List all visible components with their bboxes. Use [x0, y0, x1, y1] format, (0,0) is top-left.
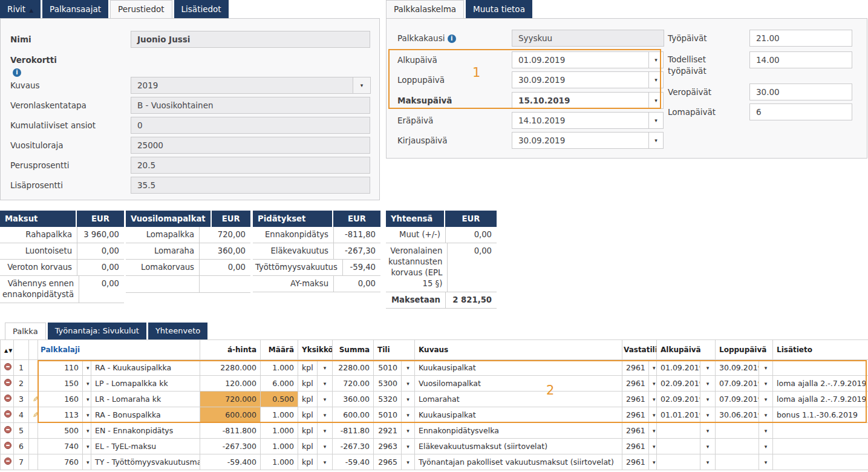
note-input[interactable]: loma ajalla 2.-.7.9.2019: [773, 392, 868, 407]
kirjauspaiva-value[interactable]: 30.09.2019: [512, 132, 649, 149]
contra-account-dropdown[interactable]: ▾: [649, 439, 657, 454]
account-input[interactable]: 2965: [374, 454, 402, 470]
contra-account-dropdown[interactable]: ▾: [649, 392, 657, 407]
end-date-dropdown[interactable]: ▾: [759, 439, 773, 454]
note-input[interactable]: [773, 454, 868, 470]
sort-desc-icon[interactable]: ▼: [8, 348, 13, 353]
palkkalaji-code-input[interactable]: 760: [38, 454, 83, 470]
unit-dropdown[interactable]: ▾: [318, 392, 333, 407]
start-date-dropdown[interactable]: ▾: [700, 423, 716, 439]
chevron-down-icon[interactable]: ▾: [648, 112, 664, 129]
unit-dropdown[interactable]: ▾: [318, 407, 333, 423]
maksupaiva-datepicker[interactable]: 15.10.2019 ▾: [512, 92, 664, 109]
chevron-down-icon[interactable]: ▾: [648, 51, 664, 68]
start-date-dropdown[interactable]: ▾: [700, 439, 716, 454]
unit-input[interactable]: kpl: [298, 439, 318, 454]
contra-account-input[interactable]: 2961: [622, 439, 649, 454]
row-delete-button[interactable]: [1, 376, 14, 392]
palkkalaji-code-input[interactable]: 150: [38, 376, 83, 392]
account-dropdown[interactable]: ▾: [402, 407, 415, 423]
row-delete-button[interactable]: [1, 454, 14, 470]
start-date-input[interactable]: 02.09.2019: [657, 392, 700, 407]
qty-input[interactable]: 1.000: [261, 454, 298, 470]
unit-dropdown[interactable]: ▾: [318, 376, 333, 392]
price-input[interactable]: 600.000: [200, 407, 261, 423]
palkkalaji-dropdown[interactable]: ▾: [83, 360, 91, 376]
account-dropdown[interactable]: ▾: [402, 439, 415, 454]
start-date-dropdown[interactable]: ▾: [700, 376, 716, 392]
account-input[interactable]: 2921: [374, 423, 402, 439]
contra-account-dropdown[interactable]: ▾: [649, 376, 657, 392]
start-date-dropdown[interactable]: ▾: [700, 392, 716, 407]
contra-account-dropdown[interactable]: ▾: [649, 454, 657, 470]
note-input[interactable]: [773, 439, 868, 454]
account-input[interactable]: 5010: [374, 360, 402, 376]
start-date-input[interactable]: [657, 423, 700, 439]
price-input[interactable]: -59.400: [200, 454, 261, 470]
row-delete-button[interactable]: [1, 360, 14, 376]
start-date-dropdown[interactable]: ▾: [700, 407, 716, 423]
unit-input[interactable]: kpl: [298, 376, 318, 392]
tab-tyonantaja-sivukulut[interactable]: Työnantaja: Sivukulut: [48, 323, 146, 339]
end-date-input[interactable]: 07.09.2019: [716, 392, 759, 407]
qty-input[interactable]: 6.000: [261, 376, 298, 392]
contra-account-input[interactable]: 2961: [622, 376, 649, 392]
end-date-dropdown[interactable]: ▾: [759, 376, 773, 392]
start-date-dropdown[interactable]: ▾: [700, 454, 716, 470]
kirjauspaiva-datepicker[interactable]: 30.09.2019 ▾: [512, 132, 664, 149]
unit-input[interactable]: kpl: [298, 407, 318, 423]
info-icon[interactable]: i: [13, 68, 21, 77]
start-date-input[interactable]: [657, 439, 700, 454]
erapaiva-value[interactable]: 14.10.2019: [512, 112, 649, 129]
alkupaiva-datepicker[interactable]: 01.09.2019 ▾: [512, 51, 664, 68]
tab-perustiedot[interactable]: Perustiedot: [110, 0, 172, 18]
note-input[interactable]: [773, 423, 868, 439]
start-date-input[interactable]: 01.01.2019: [657, 407, 700, 423]
note-input[interactable]: bonus 1.1.-30.6.2019: [773, 407, 868, 423]
end-date-dropdown[interactable]: ▾: [759, 454, 773, 470]
alkupaiva-value[interactable]: 01.09.2019: [512, 51, 649, 68]
chevron-down-icon[interactable]: ▾: [353, 77, 371, 94]
row-delete-button[interactable]: [1, 423, 14, 439]
chevron-down-icon[interactable]: ▾: [648, 132, 664, 149]
erapaiva-datepicker[interactable]: 14.10.2019 ▾: [512, 112, 664, 129]
contra-account-input[interactable]: 2961: [622, 392, 649, 407]
palkkalaji-dropdown[interactable]: ▾: [83, 454, 91, 470]
start-date-input[interactable]: [657, 454, 700, 470]
end-date-dropdown[interactable]: ▾: [759, 392, 773, 407]
palkkalaji-dropdown[interactable]: ▾: [83, 376, 91, 392]
end-date-input[interactable]: 30.09.2019: [716, 360, 759, 376]
palkkalaji-dropdown[interactable]: ▾: [83, 439, 91, 454]
account-input[interactable]: 5010: [374, 407, 402, 423]
row-delete-button[interactable]: [1, 392, 14, 407]
palkkalaji-dropdown[interactable]: ▾: [83, 423, 91, 439]
end-date-dropdown[interactable]: ▾: [759, 360, 773, 376]
contra-account-dropdown[interactable]: ▾: [649, 423, 657, 439]
account-dropdown[interactable]: ▾: [402, 360, 415, 376]
palkkalaji-code-input[interactable]: 160: [38, 392, 83, 407]
start-date-dropdown[interactable]: ▾: [700, 360, 716, 376]
end-date-input[interactable]: [716, 454, 759, 470]
row-edit-button[interactable]: ✎: [29, 392, 38, 407]
tab-yhteenveto[interactable]: Yhteenveto: [148, 323, 207, 339]
note-input[interactable]: loma ajalla 2.-.7.9.2019: [773, 376, 868, 392]
row-edit-button[interactable]: ✎: [29, 407, 38, 423]
unit-dropdown[interactable]: ▾: [318, 454, 333, 470]
unit-dropdown[interactable]: ▾: [318, 439, 333, 454]
start-date-input[interactable]: 01.09.2019: [657, 360, 700, 376]
chevron-down-icon[interactable]: ▾: [648, 71, 664, 88]
qty-input[interactable]: 1.000: [261, 407, 298, 423]
unit-dropdown[interactable]: ▾: [318, 423, 333, 439]
tab-muuta-tietoa[interactable]: Muuta tietoa: [466, 0, 532, 18]
end-date-dropdown[interactable]: ▾: [759, 423, 773, 439]
tab-palkka[interactable]: Palkka: [5, 323, 46, 339]
row-delete-button[interactable]: [1, 407, 14, 423]
tab-lisatiedot[interactable]: Lisätiedot: [174, 0, 229, 18]
price-input[interactable]: -811.800: [200, 423, 261, 439]
loppupaiva-value[interactable]: 30.09.2019: [512, 71, 649, 88]
palkkalaji-dropdown[interactable]: ▾: [83, 407, 91, 423]
chevron-down-icon[interactable]: ▾: [648, 92, 664, 109]
palkkalaji-dropdown[interactable]: ▾: [83, 392, 91, 407]
price-input[interactable]: 2280.000: [200, 360, 261, 376]
qty-input[interactable]: 0.500: [261, 392, 298, 407]
